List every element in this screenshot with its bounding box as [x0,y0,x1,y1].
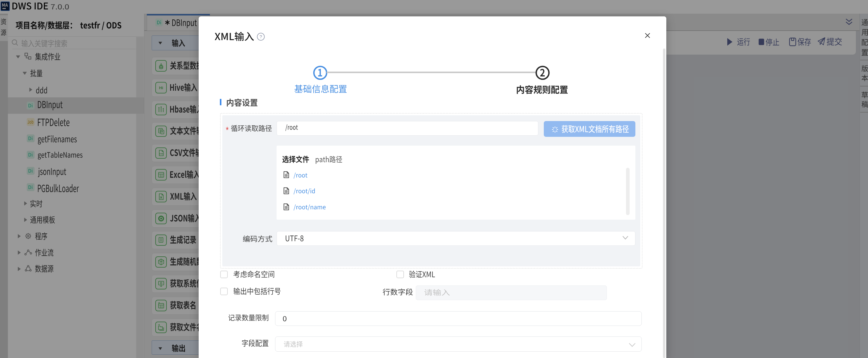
svg-text:?: ? [259,34,262,39]
